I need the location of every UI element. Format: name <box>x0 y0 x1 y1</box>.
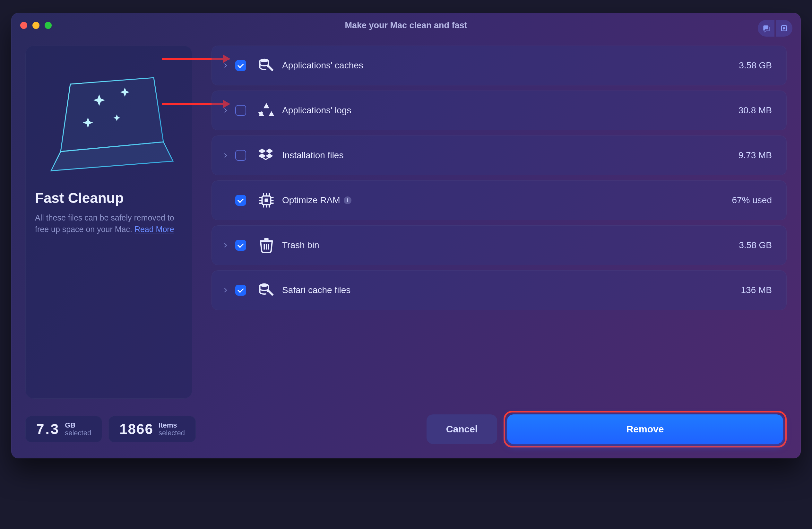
selected-items-caption: selected <box>159 429 185 437</box>
row-size: 30.8 MB <box>739 105 772 116</box>
cleanup-row[interactable]: Applications' logs30.8 MB <box>212 90 787 130</box>
sidebar-heading: Fast Cleanup <box>35 190 183 206</box>
app-window: Make your Mac clean and fast <box>11 13 801 458</box>
fullscreen-window-button[interactable] <box>45 22 52 29</box>
chat-icon-button[interactable] <box>758 20 774 37</box>
svg-rect-25 <box>260 240 273 242</box>
row-label: Applications' caches <box>279 60 739 71</box>
row-checkbox[interactable] <box>235 60 246 71</box>
sidebar-description: All these files can be safely removed to… <box>35 212 183 235</box>
selected-size-stat: 7.3 GB selected <box>25 416 102 442</box>
row-checkbox[interactable] <box>235 150 246 161</box>
cleanup-row[interactable]: Trash bin3.58 GB <box>212 225 787 265</box>
apps-icon <box>253 102 279 119</box>
row-checkbox[interactable] <box>235 105 246 116</box>
selected-items-unit: Items <box>159 421 185 429</box>
row-size: 9.73 MB <box>739 150 772 160</box>
window-controls <box>20 22 52 29</box>
row-label: Safari cache files <box>279 285 741 295</box>
chip-icon <box>253 191 279 209</box>
row-size: 136 MB <box>741 285 772 295</box>
cleanup-row[interactable]: Optimize RAMi67% used <box>212 181 787 220</box>
svg-point-10 <box>260 59 269 62</box>
row-label: Installation files <box>279 150 739 160</box>
row-checkbox[interactable] <box>235 285 246 296</box>
svg-point-30 <box>260 283 269 287</box>
sidebar-panel: Fast Cleanup All these files can be safe… <box>25 46 192 399</box>
row-size: 3.58 GB <box>739 240 772 251</box>
title-bar: Make your Mac clean and fast <box>11 13 801 38</box>
minimize-window-button[interactable] <box>32 22 40 29</box>
svg-rect-26 <box>264 238 269 240</box>
read-more-link[interactable]: Read More <box>134 225 174 234</box>
selected-size-caption: selected <box>65 429 91 437</box>
close-window-button[interactable] <box>20 22 27 29</box>
info-icon[interactable]: i <box>344 197 351 204</box>
selected-size-value: 7.3 <box>36 421 60 437</box>
chevron-right-icon[interactable] <box>216 62 235 69</box>
footer-bar: 7.3 GB selected 1866 Items selected Canc… <box>11 402 801 451</box>
chevron-right-icon[interactable] <box>216 242 235 249</box>
row-size: 67% used <box>732 195 772 205</box>
cleanup-row[interactable]: Safari cache files136 MB <box>212 270 787 310</box>
row-checkbox[interactable] <box>235 240 246 251</box>
cancel-button[interactable]: Cancel <box>426 414 497 444</box>
row-size: 3.58 GB <box>739 60 772 71</box>
svg-marker-4 <box>61 78 163 152</box>
cleanup-list: Applications' caches3.58 GBApplications'… <box>212 46 787 399</box>
window-title: Make your Mac clean and fast <box>11 20 801 30</box>
db-brush-icon <box>253 282 279 299</box>
dropbox-icon <box>253 147 279 164</box>
chevron-right-icon[interactable] <box>216 287 235 294</box>
row-label: Applications' logs <box>279 105 739 116</box>
row-label: Trash bin <box>279 240 739 251</box>
cleanup-row[interactable]: Installation files9.73 MB <box>212 135 787 175</box>
remove-button-highlight: Remove <box>504 411 787 447</box>
db-brush-icon <box>253 57 279 74</box>
remove-button[interactable]: Remove <box>507 414 783 444</box>
cleanup-row[interactable]: Applications' caches3.58 GB <box>212 46 787 85</box>
selected-items-stat: 1866 Items selected <box>108 416 196 442</box>
laptop-sparkle-illustration <box>35 55 183 184</box>
news-icon-button[interactable] <box>776 20 793 37</box>
trash-icon <box>253 237 279 254</box>
chevron-right-icon[interactable] <box>216 107 235 114</box>
chevron-right-icon[interactable] <box>216 152 235 159</box>
selected-items-value: 1866 <box>119 421 154 437</box>
row-label: Optimize RAMi <box>279 195 732 205</box>
svg-rect-12 <box>264 198 268 202</box>
selected-size-unit: GB <box>65 421 91 429</box>
row-checkbox[interactable] <box>235 195 246 206</box>
